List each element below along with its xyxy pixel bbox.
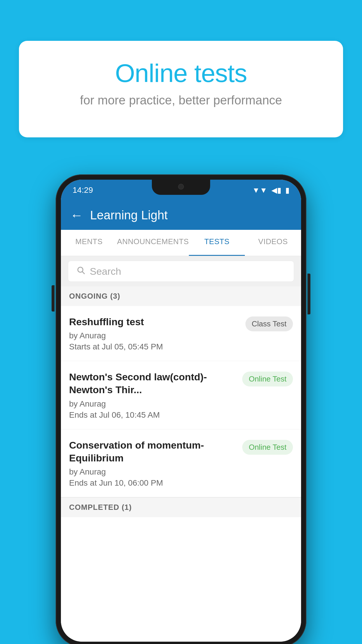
test-name: Reshuffling test (69, 315, 241, 328)
test-info: Conservation of momentum-Equilibrium by … (69, 439, 242, 488)
test-item[interactable]: Newton's Second law(contd)-Newton's Thir… (61, 361, 301, 429)
phone-screen: 14:29 ▼▼ ◀▮ ▮ ← Learning Light MENTS ANN… (61, 180, 301, 642)
test-date: Ends at Jul 06, 10:45 AM (69, 410, 238, 420)
search-icon (76, 266, 85, 277)
test-by: by Anurag (69, 399, 238, 409)
tab-announcements[interactable]: ANNOUNCEMENTS (117, 230, 189, 256)
bubble-title: Online tests (42, 58, 320, 88)
app-header: ← Learning Light (61, 201, 301, 230)
tabs-bar: MENTS ANNOUNCEMENTS TESTS VIDEOS (61, 230, 301, 256)
tests-list: Reshuffling test by Anurag Starts at Jul… (61, 306, 301, 642)
wifi-icon: ▼▼ (252, 186, 267, 195)
test-info: Newton's Second law(contd)-Newton's Thir… (69, 370, 242, 419)
tab-ments[interactable]: MENTS (61, 230, 117, 256)
test-item[interactable]: Reshuffling test by Anurag Starts at Jul… (61, 306, 301, 361)
test-date: Starts at Jul 05, 05:45 PM (69, 342, 241, 351)
status-time: 14:29 (73, 186, 93, 195)
back-button[interactable]: ← (70, 208, 83, 223)
battery-icon: ▮ (285, 186, 289, 195)
search-placeholder: Search (90, 266, 121, 277)
tab-tests[interactable]: TESTS (189, 230, 245, 256)
search-container: Search (61, 256, 301, 286)
svg-line-1 (82, 272, 85, 274)
test-date: Ends at Jun 10, 06:00 PM (69, 478, 238, 488)
bubble-subtitle: for more practice, better performance (42, 93, 320, 107)
phone-frame: 14:29 ▼▼ ◀▮ ▮ ← Learning Light MENTS ANN… (56, 174, 306, 644)
test-name: Newton's Second law(contd)-Newton's Thir… (69, 370, 238, 396)
test-item[interactable]: Conservation of momentum-Equilibrium by … (61, 429, 301, 497)
test-by: by Anurag (69, 331, 241, 340)
app-title: Learning Light (90, 208, 168, 222)
test-badge-class-test: Class Test (245, 316, 293, 331)
test-badge-online-test: Online Test (242, 372, 293, 386)
completed-section-header: COMPLETED (1) (61, 497, 301, 517)
test-badge-online-test-2: Online Test (242, 440, 293, 455)
bubble-card: Online tests for more practice, better p… (19, 41, 343, 137)
test-by: by Anurag (69, 467, 238, 477)
test-name: Conservation of momentum-Equilibrium (69, 439, 238, 464)
status-icons: ▼▼ ◀▮ ▮ (252, 186, 289, 195)
tab-videos[interactable]: VIDEOS (245, 230, 301, 256)
phone-notch (152, 180, 210, 195)
camera (178, 184, 184, 190)
search-bar[interactable]: Search (68, 261, 294, 282)
signal-icon: ◀▮ (271, 186, 281, 195)
ongoing-section-header: ONGOING (3) (61, 286, 301, 306)
promo-bubble: Online tests for more practice, better p… (19, 41, 343, 137)
test-info: Reshuffling test by Anurag Starts at Jul… (69, 315, 245, 351)
